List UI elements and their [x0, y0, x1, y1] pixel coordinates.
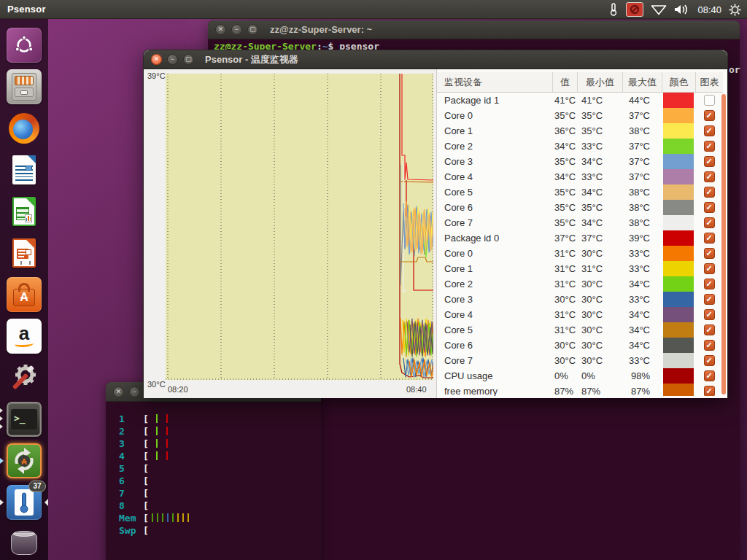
table-scrollbar[interactable] [721, 94, 726, 394]
active-app-name[interactable]: Psensor [7, 4, 46, 15]
sensor-color-cell[interactable] [662, 154, 695, 169]
sensor-color-cell[interactable] [662, 184, 695, 200]
sensor-row[interactable]: Core 635°C35°C38°C [437, 200, 723, 215]
libreoffice-calc-launcher-item[interactable] [7, 194, 42, 229]
dash-home-button[interactable] [7, 28, 42, 63]
graph-checkbox[interactable] [704, 386, 715, 396]
htop-terminal-window[interactable]: ✕ − ▢ 1[2[3[4[5[6[7[8[Mem[Swp[ [106, 382, 321, 560]
sensor-color-cell[interactable] [662, 139, 695, 154]
terminal-titlebar[interactable]: ✕ − ▢ zz@zz-Super-Server: ~ [208, 20, 740, 39]
volume-icon[interactable] [674, 4, 690, 15]
psensor-window[interactable]: ✕ − ▢ Psensor - 温度监视器 39°C 30°C 08:20 08… [143, 50, 728, 398]
sensor-row[interactable]: Core 535°C34°C38°C [437, 184, 723, 200]
sensor-color-cell[interactable] [662, 368, 695, 384]
sensor-color-cell[interactable] [662, 169, 695, 184]
maximize-icon[interactable]: ▢ [247, 24, 258, 35]
sensor-color-cell[interactable] [662, 338, 695, 353]
minimize-icon[interactable]: − [129, 386, 140, 397]
libreoffice-impress-launcher-item[interactable] [7, 236, 42, 271]
maximize-icon[interactable]: ▢ [183, 54, 194, 65]
graph-checkbox[interactable] [704, 263, 715, 274]
sensor-row[interactable]: Core 531°C30°C34°C [437, 322, 723, 338]
graph-checkbox[interactable] [704, 95, 715, 106]
col-header-device[interactable]: 监视设备 [437, 72, 552, 92]
graph-checkbox[interactable] [704, 156, 715, 167]
sensor-row[interactable]: Core 330°C30°C33°C [437, 292, 723, 307]
ubuntu-software-launcher-item[interactable]: A [7, 277, 42, 312]
graph-checkbox[interactable] [704, 202, 715, 213]
sensor-row[interactable]: CPU usage0%0%98% [437, 368, 723, 384]
libreoffice-writer-launcher-item[interactable] [7, 152, 42, 187]
graph-checkbox[interactable] [704, 340, 715, 351]
screen-recorder-icon[interactable] [626, 2, 643, 17]
sensor-color-cell[interactable] [662, 108, 695, 123]
sensor-color-cell[interactable] [662, 246, 695, 261]
sensor-row[interactable]: Core 231°C30°C34°C [437, 276, 723, 292]
sensor-color-cell[interactable] [662, 276, 695, 292]
sensor-color-cell[interactable] [662, 322, 695, 338]
close-icon[interactable]: ✕ [113, 386, 124, 397]
graph-checkbox[interactable] [704, 309, 715, 320]
sensor-row[interactable]: Core 735°C34°C38°C [437, 215, 723, 230]
sensor-row[interactable]: Core 035°C35°C37°C [437, 108, 723, 123]
graph-checkbox[interactable] [704, 110, 715, 121]
col-header-graph[interactable]: 图表 [695, 72, 723, 92]
files-launcher-item[interactable] [7, 69, 42, 104]
graph-checkbox[interactable] [704, 233, 715, 244]
sensor-color-cell[interactable] [662, 93, 695, 108]
col-header-max[interactable]: 最大值 [622, 72, 662, 92]
col-header-min[interactable]: 最小值 [577, 72, 622, 92]
close-icon[interactable]: ✕ [151, 54, 162, 65]
graph-checkbox[interactable] [704, 141, 715, 152]
graph-checkbox[interactable] [704, 279, 715, 289]
sensor-color-cell[interactable] [662, 292, 695, 307]
graph-checkbox[interactable] [704, 171, 715, 182]
sensor-color-cell[interactable] [662, 123, 695, 139]
sensor-row[interactable]: Package id 037°C37°C39°C [437, 230, 723, 246]
sensor-row[interactable]: Core 136°C35°C38°C [437, 123, 723, 139]
minimize-icon[interactable]: − [167, 54, 178, 65]
sensor-color-cell[interactable] [662, 384, 695, 396]
graph-checkbox[interactable] [704, 370, 715, 381]
sensor-row[interactable]: Core 630°C30°C34°C [437, 338, 723, 353]
minimize-icon[interactable]: − [231, 24, 242, 35]
sensor-row[interactable]: Package id 141°C41°C44°C [437, 93, 723, 108]
session-gear-icon[interactable] [729, 4, 741, 16]
sensor-color-cell[interactable] [662, 261, 695, 276]
htop-bracket: [ [143, 413, 149, 424]
sensor-row[interactable]: Core 234°C33°C37°C [437, 139, 723, 154]
network-icon[interactable] [651, 4, 667, 15]
sensor-row[interactable]: free memory87%87%87% [437, 384, 723, 396]
sensor-row[interactable]: Core 730°C30°C33°C [437, 353, 723, 368]
sensor-color-cell[interactable] [662, 353, 695, 368]
col-header-color[interactable]: 颜色 [662, 72, 695, 92]
col-header-value[interactable]: 值 [552, 72, 577, 92]
software-updater-launcher-item[interactable]: A [7, 443, 42, 478]
graph-checkbox[interactable] [704, 187, 715, 198]
sensor-row[interactable]: Core 031°C30°C33°C [437, 246, 723, 261]
amazon-launcher-item[interactable]: a [7, 319, 42, 354]
sensor-row[interactable]: Core 335°C34°C37°C [437, 154, 723, 169]
graph-checkbox[interactable] [704, 125, 715, 136]
clock[interactable]: 08:40 [697, 4, 721, 15]
sensor-color-cell[interactable] [662, 200, 695, 215]
sensor-color-cell[interactable] [662, 215, 695, 230]
sensor-row[interactable]: Core 131°C31°C33°C [437, 261, 723, 276]
close-icon[interactable]: ✕ [215, 24, 226, 35]
graph-checkbox[interactable] [704, 248, 715, 259]
sensor-row[interactable]: Core 431°C30°C34°C [437, 307, 723, 322]
terminal-launcher-item[interactable]: >_ [7, 402, 42, 437]
sensor-row[interactable]: Core 434°C33°C37°C [437, 169, 723, 184]
graph-checkbox[interactable] [704, 294, 715, 305]
system-settings-launcher-item[interactable] [7, 360, 42, 395]
trash-launcher-item[interactable] [7, 526, 42, 560]
graph-checkbox[interactable] [704, 217, 715, 228]
sensor-color-cell[interactable] [662, 230, 695, 246]
psensor-launcher-item[interactable]: 37 [7, 485, 42, 520]
sensor-color-cell[interactable] [662, 307, 695, 322]
firefox-launcher-item[interactable] [7, 111, 42, 146]
thermometer-icon[interactable] [608, 3, 619, 16]
psensor-titlebar[interactable]: ✕ − ▢ Psensor - 温度监视器 [144, 50, 727, 69]
graph-checkbox[interactable] [704, 355, 715, 366]
graph-checkbox[interactable] [704, 324, 715, 335]
